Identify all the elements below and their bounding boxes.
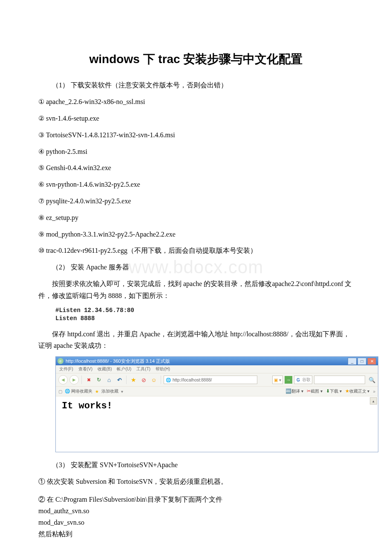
favorite-star-icon[interactable]: ★ <box>129 376 138 384</box>
section-3-item-2b: mod_authz_svn.so <box>38 505 354 517</box>
minimize-button[interactable]: _ <box>348 358 357 365</box>
section-3-item-2d: 然后粘帖到 <box>38 528 354 540</box>
go-button[interactable]: → <box>285 376 292 384</box>
bookmark-bar: ▢ 🌐 网络收藏夹 ★ 添加收藏 ▾ 🔤翻译 ▾ ✂截图 ▾ ⬇下载 ▾ ★收藏… <box>56 387 378 396</box>
smile-icon[interactable]: ☺ <box>150 376 158 384</box>
section-3-heading: （3） 安装配置 SVN+TortoiseSVN+Apache <box>38 459 354 471</box>
search-engine-label: 谷歌 <box>302 377 311 383</box>
download-item: ⑥ svn-python-1.4.6.win32-py2.5.exe <box>38 179 354 191</box>
window-title-text: http://localhost:8888/ - 360安全浏览器 3.14 正… <box>66 358 348 364</box>
browser-viewport: ▴ It works! <box>56 396 378 452</box>
menu-bar: 文件(F) 查看(V) 收藏(B) 帐户(U) 工具(T) 帮助(H) <box>56 365 378 373</box>
download-item: ⑤ Genshi-0.4.4.win32.exe <box>38 162 354 174</box>
translate-link[interactable]: 🔤翻译 ▾ <box>285 388 303 394</box>
maximize-button[interactable]: □ <box>357 358 366 365</box>
search-engine-dropdown[interactable]: G 谷歌 <box>294 376 312 384</box>
search-input[interactable] <box>314 376 365 384</box>
search-icon[interactable]: 🔍 <box>369 377 375 383</box>
section-2-para-2: 保存 httpd.conf 退出，并重启 Apache，在浏览器中输入地址 ht… <box>38 328 354 351</box>
section-3-item-1: ① 依次安装 Subversion 和 TortoiseSVN，安装后必须重启机… <box>38 476 354 487</box>
undo-icon[interactable] <box>115 376 124 384</box>
chevron-down-icon[interactable]: ▾ <box>121 389 123 394</box>
save-text-link[interactable]: ★收藏正文 ▾ <box>345 388 370 394</box>
stop-icon[interactable] <box>84 376 93 384</box>
address-bar[interactable]: 🌐 http://localhost:8888/ <box>164 376 257 384</box>
menu-file[interactable]: 文件(F) <box>59 366 73 372</box>
google-icon: G <box>296 377 301 382</box>
scroll-up-button[interactable]: ▴ <box>370 397 377 405</box>
download-item: ⑦ pysqlite-2.4.0.win32-py2.5.exe <box>38 195 354 208</box>
net-favorites-link[interactable]: 🌐 网络收藏夹 <box>65 388 92 394</box>
more-icon[interactable]: » <box>373 389 375 394</box>
download-item: ⑧ ez_setup.py <box>38 212 354 224</box>
forward-button[interactable]: ► <box>69 375 79 384</box>
section-2-para-1: 按照要求依次输入即可，安装完成后，找到 apache 的安装目录，然后修改apa… <box>38 278 354 301</box>
browser-favicon-icon: e <box>58 358 63 364</box>
section-2-heading: （2） 安装 Apache 服务器 <box>38 261 354 273</box>
back-button[interactable]: ◄ <box>58 375 68 384</box>
code-line: #Listen 12.34.56.78:80 <box>55 306 354 315</box>
menu-view[interactable]: 查看(V) <box>78 366 92 372</box>
separator <box>161 376 161 384</box>
download-item: ④ python-2.5.msi <box>38 146 354 158</box>
menu-tools[interactable]: 工具(T) <box>136 366 150 372</box>
section-1-heading: （1） 下载安装软件（注意安装文件版本号，否则会出错） <box>38 79 354 91</box>
menu-help[interactable]: 帮助(H) <box>156 366 170 372</box>
section-3-item-2a: ② 在 C:\Program Files\Subversion\bin\目录下复… <box>38 494 354 505</box>
section-3-item-2c: mod_dav_svn.so <box>38 517 354 528</box>
add-favorite-link[interactable]: 添加收藏 <box>101 388 118 394</box>
close-button[interactable]: ✕ <box>367 358 376 365</box>
tab-icon[interactable]: ▢ <box>58 389 62 394</box>
download-item: ① apache_2.2.6-win32-x86-no_ssl.msi <box>38 96 354 108</box>
toolbar: ◄ ► ★ ⊘ ☺ 🌐 http://localhost:8888/ ▣▾ → … <box>56 373 378 387</box>
address-text: http://localhost:8888/ <box>173 378 212 382</box>
code-line: Listen 8888 <box>55 315 354 323</box>
home-icon[interactable] <box>105 376 113 384</box>
menu-favorites[interactable]: 收藏(B) <box>98 366 112 372</box>
menu-account[interactable]: 帐户(U) <box>117 366 131 372</box>
window-titlebar: e http://localhost:8888/ - 360安全浏览器 3.14… <box>56 357 378 365</box>
download-item: ③ TortoiseSVN-1.4.8.12137-win32-svn-1.4.… <box>38 129 354 142</box>
block-icon[interactable]: ⊘ <box>139 376 148 384</box>
browser-screenshot: e http://localhost:8888/ - 360安全浏览器 3.14… <box>55 356 378 452</box>
screenshot-link[interactable]: ✂截图 ▾ <box>307 388 323 394</box>
globe-icon: 🌐 <box>166 378 171 382</box>
sync-dropdown[interactable]: ▣▾ <box>272 376 283 384</box>
separator <box>126 376 127 384</box>
page-body-text: It works! <box>62 401 372 411</box>
download-item: ② svn-1.4.6-setup.exe <box>38 113 354 125</box>
code-block: #Listen 12.34.56.78:80 Listen 8888 <box>55 306 354 323</box>
page-title: windows 下 trac 安装步骤与中文化配置 <box>38 51 354 67</box>
refresh-icon[interactable] <box>95 376 103 384</box>
separator <box>81 376 82 384</box>
net-fav-label: 网络收藏夹 <box>71 389 92 393</box>
download-item: ⑩ trac-0.12dev-r9611-py2.5.egg（不用下载，后面会自… <box>38 245 354 257</box>
add-favorite-icon[interactable]: ★ <box>95 389 99 394</box>
download-item: ⑨ mod_python-3.3.1.win32-py2.5-Apache2.2… <box>38 228 354 241</box>
download-link[interactable]: ⬇下载 ▾ <box>326 388 342 394</box>
